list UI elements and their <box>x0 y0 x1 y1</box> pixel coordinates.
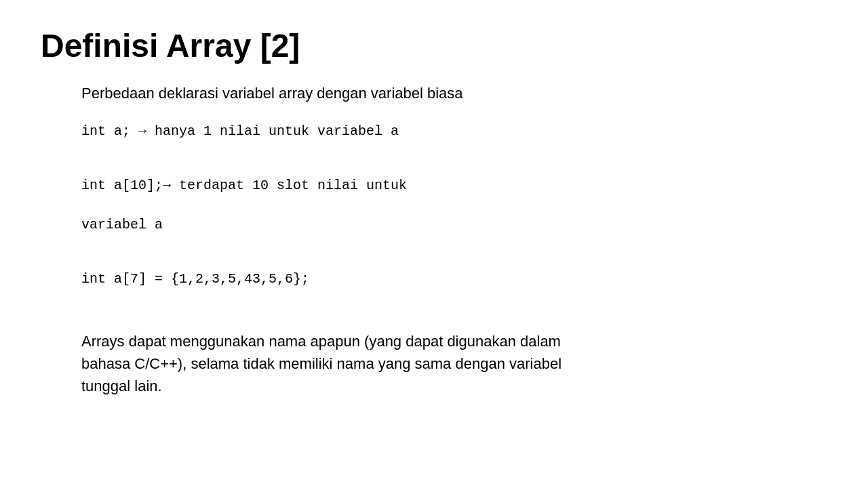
code-block-3: int a[7] = {1,2,3,5,43,5,6}; <box>81 269 827 308</box>
code-line-2b: variabel a <box>81 215 827 235</box>
intro-text: Perbedaan deklarasi variabel array denga… <box>81 85 827 102</box>
code-block-2: int a[10];→ terdapat 10 slot nilai untuk… <box>81 176 827 254</box>
footer-text: Arrays dapat menggunakan nama apapun (ya… <box>81 330 610 397</box>
code-text-2b: variabel a <box>81 217 163 232</box>
code-text-3: int a[7] = {1,2,3,5,43,5,6}; <box>81 271 309 287</box>
content-area: Perbedaan deklarasi variabel array denga… <box>41 85 827 397</box>
code-text-1: int a; → hanya 1 nilai untuk variabel a <box>81 123 399 139</box>
code-line-1: int a; → hanya 1 nilai untuk variabel a <box>81 121 827 142</box>
code-text-2a: int a[10];→ terdapat 10 slot nilai untuk <box>81 178 407 193</box>
code-line-2a: int a[10];→ terdapat 10 slot nilai untuk <box>81 176 827 196</box>
code-block-1: int a; → hanya 1 nilai untuk variabel a <box>81 121 827 161</box>
code-line-3: int a[7] = {1,2,3,5,43,5,6}; <box>81 269 827 289</box>
slide-container: Definisi Array [2] Perbedaan deklarasi v… <box>0 0 868 488</box>
slide-title: Definisi Array [2] <box>41 27 827 64</box>
